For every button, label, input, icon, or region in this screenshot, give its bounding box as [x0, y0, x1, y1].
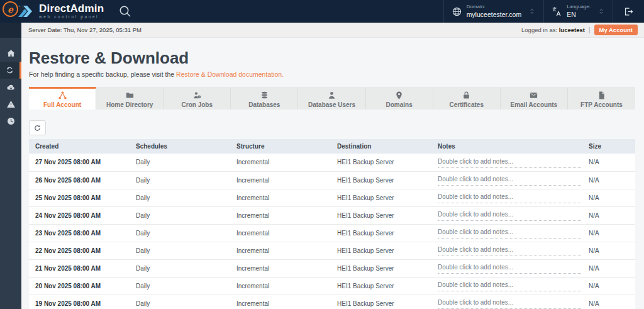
item-database-users[interactable]: Database Users: [298, 87, 365, 110]
main-content: Restore & Download For help finding a sp…: [21, 38, 644, 309]
table-row: 26 Nov 2025 08:00 AM Daily Incremental H…: [29, 171, 635, 189]
sidebar-item-backups[interactable]: [0, 79, 21, 96]
refresh-button[interactable]: [29, 120, 46, 135]
column-header-destination: Destination: [331, 139, 431, 154]
cell-created: 25 Nov 2025 08:00 AM: [29, 189, 130, 206]
cell-destination: HEI1 Backup Server: [331, 224, 431, 242]
cell-destination: HEI1 Backup Server: [331, 242, 431, 259]
cell-destination: HEI1 Backup Server: [331, 259, 431, 277]
notes-editable[interactable]: Double click to add notes...: [438, 157, 581, 168]
notes-editable[interactable]: Double click to add notes...: [438, 174, 581, 186]
language-label: Language:: [567, 4, 591, 10]
notes-editable[interactable]: Double click to add notes...: [438, 280, 581, 291]
top-navigation-bar: DirectAdmin web control panel Domain: my…: [0, 0, 644, 23]
tab-label: Email Accounts: [510, 101, 557, 108]
username: luceetest: [559, 26, 585, 33]
table-row: 20 Nov 2025 08:00 AM Daily Incremental H…: [29, 277, 635, 295]
cell-notes: Double click to add notes...: [431, 154, 582, 171]
cell-schedules: Daily: [130, 224, 230, 242]
tab-label: FTP Accounts: [580, 101, 623, 108]
item-ftp-accounts[interactable]: FTP Accounts: [568, 87, 635, 110]
tab-label: Certificates: [449, 101, 483, 108]
home-icon: [6, 48, 16, 58]
cell-created: 26 Nov 2025 08:00 AM: [29, 171, 130, 189]
table-row: 19 Nov 2025 08:00 AM Daily Incremental H…: [29, 295, 635, 309]
notes-editable[interactable]: Double click to add notes...: [438, 245, 581, 256]
brand-name: DirectAdmin: [39, 3, 104, 14]
notes-editable[interactable]: Double click to add notes...: [438, 298, 581, 309]
cell-destination: HEI1 Backup Server: [331, 171, 431, 189]
cell-schedules: Daily: [130, 171, 230, 189]
cell-size: N/A: [582, 242, 635, 259]
item-home-directory[interactable]: Home Directory: [96, 87, 164, 110]
cell-size: N/A: [582, 277, 635, 295]
cell-structure: Incremental: [230, 154, 331, 171]
sync-icon: [5, 65, 14, 75]
sidebar-item-restore[interactable]: [0, 62, 21, 79]
column-header-schedules: Schedules: [130, 139, 230, 154]
cell-notes: Double click to add notes...: [431, 171, 582, 189]
item-certificates[interactable]: Certificates: [433, 87, 501, 110]
domain-selector[interactable]: Domain: myluceetester.com: [443, 0, 544, 23]
backups-table: Created Schedules Structure Destination …: [29, 139, 635, 309]
separator: |: [589, 26, 591, 33]
sidebar-item-history[interactable]: [0, 113, 21, 130]
chevron-up-down-icon: [597, 7, 605, 16]
notes-editable[interactable]: Double click to add notes...: [438, 227, 581, 239]
documentation-link[interactable]: Restore & Download documentation.: [176, 70, 284, 78]
cell-structure: Incremental: [230, 224, 331, 242]
status-bar: Server Date: Thu, Nov 27, 2025, 05:31 PM…: [0, 23, 644, 38]
cell-created: 20 Nov 2025 08:00 AM: [29, 277, 130, 295]
cell-destination: HEI1 Backup Server: [331, 277, 431, 295]
language-selector[interactable]: Language: EN: [543, 0, 613, 23]
cell-size: N/A: [582, 295, 635, 309]
globe-icon: [452, 6, 462, 17]
brand-tagline: web control panel: [39, 15, 104, 20]
table-row: 25 Nov 2025 08:00 AM Daily Incremental H…: [29, 189, 635, 206]
cell-destination: HEI1 Backup Server: [331, 295, 431, 309]
item-domains[interactable]: Domains: [366, 87, 433, 110]
sidebar: [0, 23, 21, 309]
table-row: 27 Nov 2025 08:00 AM Daily Incremental H…: [29, 154, 635, 171]
cell-size: N/A: [582, 259, 635, 277]
notes-editable[interactable]: Double click to add notes...: [438, 262, 581, 274]
cell-structure: Incremental: [230, 189, 331, 206]
cell-notes: Double click to add notes...: [431, 259, 582, 277]
cell-schedules: Daily: [130, 154, 230, 171]
sidebar-item-home[interactable]: [0, 45, 21, 62]
search-icon[interactable]: [118, 4, 133, 19]
item-cron-jobs[interactable]: Cron Jobs: [164, 87, 231, 110]
logout-button[interactable]: [613, 0, 644, 23]
column-header-structure: Structure: [230, 139, 331, 154]
cell-structure: Incremental: [230, 277, 331, 295]
cell-notes: Double click to add notes...: [431, 189, 582, 206]
pin-icon: [394, 91, 404, 100]
cell-size: N/A: [582, 154, 635, 171]
item-full-account[interactable]: Full Account: [29, 87, 96, 110]
column-header-notes: Notes: [431, 139, 582, 154]
notes-editable[interactable]: Double click to add notes...: [438, 210, 581, 221]
cell-schedules: Daily: [130, 189, 230, 206]
mail-icon: [529, 91, 538, 100]
item-email-accounts[interactable]: Email Accounts: [501, 87, 568, 110]
item-databases[interactable]: Databases: [231, 87, 298, 110]
table-row: 22 Nov 2025 08:00 AM Daily Incremental H…: [29, 242, 635, 259]
logged-in-label: Logged in as:: [521, 26, 557, 33]
cell-size: N/A: [582, 224, 635, 242]
cell-notes: Double click to add notes...: [431, 224, 582, 242]
cloud-down-icon: [6, 82, 16, 92]
tab-label: Database Users: [308, 101, 355, 108]
table-header-row: Created Schedules Structure Destination …: [29, 139, 635, 154]
cell-schedules: Daily: [130, 295, 230, 309]
directadmin-badge-icon[interactable]: e: [3, 1, 18, 17]
logout-icon: [623, 6, 634, 17]
notes-editable[interactable]: Double click to add notes...: [438, 192, 581, 203]
table-row: 21 Nov 2025 08:00 AM Daily Incremental H…: [29, 259, 635, 277]
my-account-button[interactable]: My Account: [594, 25, 638, 35]
column-header-size: Size: [582, 139, 635, 154]
cell-size: N/A: [582, 171, 635, 189]
cell-destination: HEI1 Backup Server: [331, 189, 431, 206]
cell-notes: Double click to add notes...: [431, 277, 582, 295]
translate-icon: [552, 6, 562, 17]
sidebar-item-alerts[interactable]: [0, 96, 21, 113]
